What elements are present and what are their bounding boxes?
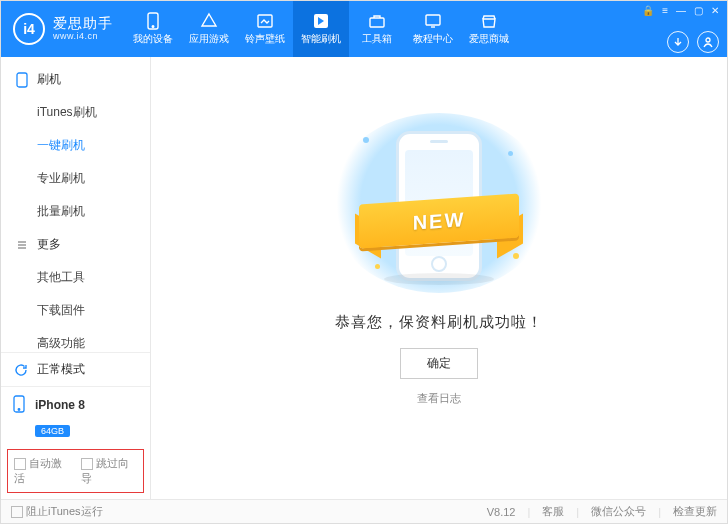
maximize-icon[interactable]: ▢ xyxy=(694,5,703,16)
sidebar-item-advanced[interactable]: 高级功能 xyxy=(1,327,150,352)
close-icon[interactable]: ✕ xyxy=(711,5,719,16)
sidebar: 刷机 iTunes刷机 一键刷机 专业刷机 批量刷机 更多 其他工具 下载固件 … xyxy=(1,57,151,499)
device-selector[interactable]: iPhone 8 64GB xyxy=(1,387,150,445)
device-capacity-badge: 64GB xyxy=(35,425,70,437)
svg-point-6 xyxy=(706,38,710,42)
phone-outline-icon xyxy=(15,73,29,87)
main-area: 刷机 iTunes刷机 一键刷机 专业刷机 批量刷机 更多 其他工具 下载固件 … xyxy=(1,57,727,499)
menu-icon[interactable]: ≡ xyxy=(662,5,668,16)
titlebar: i4 爱思助手 www.i4.cn 我的设备 应用游戏 铃声壁纸 智能刷机 工具… xyxy=(1,1,727,57)
sidebar-section-title: 更多 xyxy=(37,236,61,253)
statusbar: 阻止iTunes运行 V8.12 | 客服 | 微信公众号 | 检查更新 xyxy=(1,499,727,523)
nav-flash[interactable]: 智能刷机 xyxy=(293,1,349,57)
brand: i4 爱思助手 www.i4.cn xyxy=(1,1,125,57)
svg-rect-7 xyxy=(17,73,27,87)
success-message: 恭喜您，保资料刷机成功啦！ xyxy=(335,313,543,332)
nav-tutorials[interactable]: 教程中心 xyxy=(405,1,461,57)
version-label: V8.12 xyxy=(487,506,516,518)
window-controls: 🔒 ≡ — ▢ ✕ xyxy=(638,1,727,57)
footer-link-update[interactable]: 检查更新 xyxy=(673,504,717,519)
svg-rect-5 xyxy=(426,15,440,25)
svg-rect-4 xyxy=(370,18,384,27)
svg-point-9 xyxy=(18,409,20,411)
sidebar-section-more[interactable]: 更多 xyxy=(1,228,150,261)
sidebar-item-download-fw[interactable]: 下载固件 xyxy=(1,294,150,327)
view-log-link[interactable]: 查看日志 xyxy=(417,391,461,406)
brand-logo-icon: i4 xyxy=(13,13,45,45)
top-nav: 我的设备 应用游戏 铃声壁纸 智能刷机 工具箱 教程中心 爱思商城 xyxy=(125,1,638,57)
sidebar-item-pro-flash[interactable]: 专业刷机 xyxy=(1,162,150,195)
tutorial-icon xyxy=(424,12,442,30)
new-ribbon-icon: NEW xyxy=(359,199,519,243)
brand-title: 爱思助手 xyxy=(53,16,113,31)
phone-icon xyxy=(144,12,162,30)
sidebar-section-title: 刷机 xyxy=(37,71,61,88)
svg-point-1 xyxy=(152,26,154,28)
nav-ringtones[interactable]: 铃声壁纸 xyxy=(237,1,293,57)
list-icon xyxy=(15,238,29,252)
sidebar-item-batch-flash[interactable]: 批量刷机 xyxy=(1,195,150,228)
ribbon-text: NEW xyxy=(359,193,519,248)
sidebar-item-other-tools[interactable]: 其他工具 xyxy=(1,261,150,294)
store-icon xyxy=(480,12,498,30)
user-icon[interactable] xyxy=(697,31,719,53)
nav-label: 我的设备 xyxy=(133,32,173,46)
nav-toolbox[interactable]: 工具箱 xyxy=(349,1,405,57)
wallpaper-icon xyxy=(256,12,274,30)
device-name: iPhone 8 xyxy=(35,398,85,412)
nav-label: 智能刷机 xyxy=(301,32,341,46)
sidebar-item-oneclick-flash[interactable]: 一键刷机 xyxy=(1,129,150,162)
nav-label: 应用游戏 xyxy=(189,32,229,46)
nav-label: 工具箱 xyxy=(362,32,392,46)
footer-link-support[interactable]: 客服 xyxy=(542,504,564,519)
refresh-icon xyxy=(13,362,29,378)
brand-subtitle: www.i4.cn xyxy=(53,32,113,42)
lock-icon[interactable]: 🔒 xyxy=(642,5,654,16)
sidebar-section-flash[interactable]: 刷机 xyxy=(1,63,150,96)
sidebar-item-itunes-flash[interactable]: iTunes刷机 xyxy=(1,96,150,129)
sidebar-bottom: 正常模式 iPhone 8 64GB 自动激活 跳过向导 xyxy=(1,352,150,499)
nav-label: 爱思商城 xyxy=(469,32,509,46)
footer-link-wechat[interactable]: 微信公众号 xyxy=(591,504,646,519)
skip-wizard-checkbox[interactable]: 跳过向导 xyxy=(81,456,138,486)
download-icon[interactable] xyxy=(667,31,689,53)
content-pane: NEW 恭喜您，保资料刷机成功啦！ 确定 查看日志 xyxy=(151,57,727,499)
minimize-icon[interactable]: — xyxy=(676,5,686,16)
auto-activate-checkbox[interactable]: 自动激活 xyxy=(14,456,71,486)
device-mode-label: 正常模式 xyxy=(37,361,85,378)
confirm-button[interactable]: 确定 xyxy=(400,348,478,379)
success-illustration: NEW xyxy=(329,113,549,293)
toolbox-icon xyxy=(368,12,386,30)
flash-icon xyxy=(312,12,330,30)
block-itunes-checkbox[interactable]: 阻止iTunes运行 xyxy=(11,504,103,519)
device-mode[interactable]: 正常模式 xyxy=(1,353,150,387)
nav-my-device[interactable]: 我的设备 xyxy=(125,1,181,57)
apps-icon xyxy=(200,12,218,30)
nav-label: 教程中心 xyxy=(413,32,453,46)
device-icon xyxy=(13,395,27,415)
nav-store[interactable]: 爱思商城 xyxy=(461,1,517,57)
flash-options-box: 自动激活 跳过向导 xyxy=(7,449,144,493)
checkbox-label: 阻止iTunes运行 xyxy=(26,505,103,517)
nav-label: 铃声壁纸 xyxy=(245,32,285,46)
nav-apps[interactable]: 应用游戏 xyxy=(181,1,237,57)
